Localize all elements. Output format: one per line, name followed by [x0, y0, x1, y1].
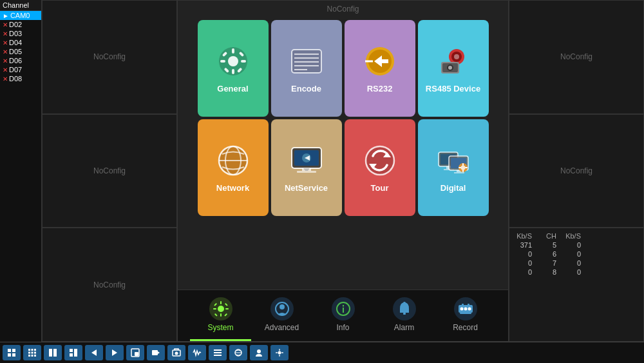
- taskbar-btn-1[interactable]: [3, 345, 21, 360]
- channel-x-icon: ✕: [3, 21, 8, 28]
- tab-system[interactable]: System: [190, 291, 251, 341]
- channel-label: D03: [9, 30, 22, 37]
- noconfig-right-mid: NoConfig: [560, 166, 592, 175]
- svg-rect-57: [213, 308, 216, 309]
- svg-rect-76: [468, 304, 469, 306]
- stats-kbs1-r3: 0: [513, 259, 532, 267]
- taskbar-list-btn[interactable]: [209, 345, 227, 360]
- taskbar-btn-4[interactable]: [64, 345, 82, 360]
- tile-encode-label: Encode: [291, 84, 321, 93]
- svg-rect-58: [225, 308, 229, 309]
- tab-info-label: Info: [336, 323, 349, 332]
- svg-marker-96: [112, 349, 117, 356]
- svg-rect-55: [220, 301, 222, 304]
- channel-header: Channel: [0, 0, 41, 11]
- svg-point-72: [464, 308, 467, 311]
- channel-item-d05[interactable]: ✕ D05: [0, 47, 41, 56]
- svg-rect-11: [294, 54, 319, 55]
- svg-point-1: [228, 56, 238, 66]
- tab-bar: System Advanced: [178, 289, 508, 341]
- svg-marker-95: [91, 349, 97, 356]
- svg-rect-92: [70, 349, 73, 352]
- taskbar-settings-btn[interactable]: [270, 345, 289, 360]
- svg-rect-61: [214, 313, 217, 317]
- taskbar-btn-2[interactable]: [23, 345, 41, 360]
- stats-row-1: 371 5 0: [513, 240, 640, 250]
- tile-tour[interactable]: Tour: [345, 119, 415, 216]
- channel-item-d08[interactable]: ✕ D08: [0, 74, 41, 83]
- svg-rect-85: [32, 352, 33, 354]
- svg-rect-91: [53, 349, 57, 357]
- svg-rect-98: [135, 352, 138, 356]
- svg-point-108: [257, 349, 261, 353]
- svg-rect-83: [34, 349, 36, 351]
- svg-rect-15: [294, 69, 307, 70]
- channel-item-d02[interactable]: ✕ D02: [0, 20, 41, 29]
- taskbar-btn-3[interactable]: [44, 345, 62, 360]
- channel-label: D07: [9, 66, 22, 74]
- noconfig-right-top: NoConfig: [560, 52, 592, 61]
- tour-icon: [363, 143, 397, 178]
- right-top-cell: NoConfig: [509, 0, 644, 114]
- rs232-icon: [363, 44, 397, 79]
- svg-rect-88: [32, 355, 33, 357]
- channel-item-d07[interactable]: ✕ D07: [0, 65, 41, 74]
- svg-rect-13: [294, 61, 319, 63]
- taskbar-pip-btn[interactable]: [126, 345, 144, 360]
- tab-record-label: Record: [453, 323, 478, 332]
- tile-digital[interactable]: Digital: [418, 119, 489, 216]
- advanced-tab-icon: [270, 297, 294, 320]
- taskbar-snap-btn[interactable]: [167, 345, 185, 360]
- tile-rs232-label: RS232: [367, 84, 393, 93]
- svg-rect-94: [70, 353, 73, 357]
- tile-network[interactable]: Network: [198, 119, 269, 216]
- svg-rect-82: [32, 349, 33, 351]
- channel-item-d06[interactable]: ✕ D06: [0, 56, 41, 65]
- svg-rect-60: [224, 303, 227, 306]
- tile-rs232[interactable]: RS232: [345, 20, 415, 117]
- noconfig-left-top: NoConfig: [93, 52, 126, 61]
- svg-point-26: [448, 66, 452, 70]
- taskbar-next-btn[interactable]: [106, 345, 124, 360]
- noconfig-left-mid: NoConfig: [93, 166, 126, 175]
- channel-item-d04[interactable]: ✕ D04: [0, 38, 41, 47]
- tile-netservice[interactable]: NetService: [271, 119, 342, 216]
- tile-network-label: Network: [216, 183, 249, 193]
- svg-rect-59: [214, 303, 217, 306]
- tile-general[interactable]: General: [198, 20, 269, 117]
- tab-record[interactable]: Record: [435, 291, 496, 341]
- left-bot-cell: NoConfig: [42, 228, 177, 342]
- tab-alarm[interactable]: Alarm: [374, 291, 435, 341]
- taskbar-user-btn[interactable]: [250, 345, 268, 360]
- tab-advanced-label: Advanced: [265, 323, 299, 332]
- svg-rect-90: [49, 349, 52, 357]
- left-top-cell: NoConfig: [42, 0, 177, 114]
- channel-x-icon: ✕: [3, 39, 8, 46]
- channel-item-cam0[interactable]: ► CAM0: [0, 11, 41, 20]
- tile-general-label: General: [217, 84, 248, 93]
- svg-rect-52: [459, 167, 461, 168]
- taskbar-waveform-btn[interactable]: [188, 345, 206, 360]
- tab-advanced[interactable]: Advanced: [251, 291, 312, 341]
- tile-encode[interactable]: Encode: [271, 20, 342, 117]
- stats-kbs2-r1: 0: [562, 241, 581, 249]
- icon-grid: General Encode: [195, 17, 491, 219]
- stats-ch-r3: 7: [537, 259, 556, 267]
- info-tab-icon: [332, 297, 355, 320]
- svg-rect-112: [276, 352, 278, 353]
- channel-x-icon: ✕: [3, 57, 8, 64]
- taskbar-record-btn[interactable]: [147, 345, 165, 360]
- tab-info[interactable]: Info: [312, 291, 374, 341]
- tab-alarm-label: Alarm: [394, 323, 414, 332]
- tile-rs485[interactable]: RS485 Device: [418, 20, 489, 117]
- taskbar-prev-btn[interactable]: [85, 345, 103, 360]
- svg-rect-67: [343, 305, 344, 307]
- stats-header-kbs2: Kb/S: [562, 232, 581, 240]
- record-tab-icon: [454, 297, 477, 320]
- channel-item-d03[interactable]: ✕ D03: [0, 29, 41, 38]
- channel-arrow-icon: ►: [3, 12, 9, 19]
- stats-row-4: 0 8 0: [513, 268, 640, 277]
- svg-point-64: [279, 304, 285, 309]
- taskbar-network-btn[interactable]: [229, 345, 247, 360]
- stats-kbs2-r4: 0: [562, 268, 581, 276]
